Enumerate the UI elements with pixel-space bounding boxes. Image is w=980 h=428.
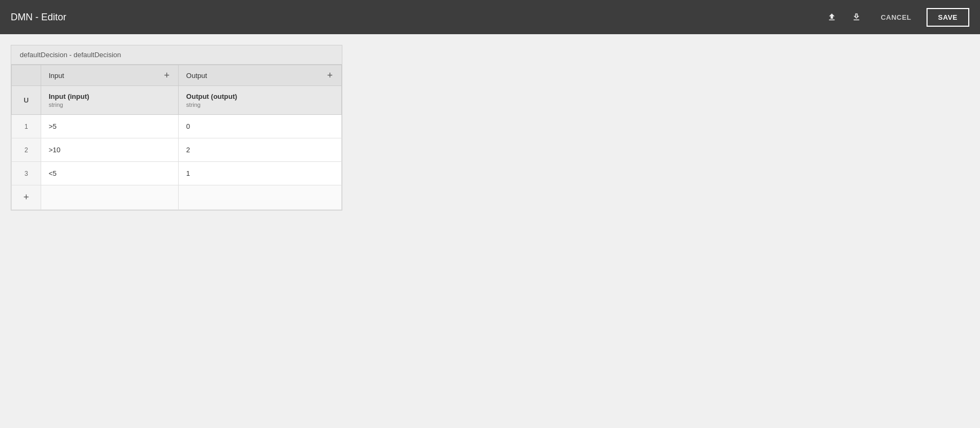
row-number: 2 — [12, 138, 41, 162]
dmn-table-container: defaultDecision - defaultDecision Input … — [11, 45, 342, 211]
output-subheader-type: string — [186, 102, 334, 108]
input-cell[interactable]: >5 — [41, 115, 179, 138]
app-title: DMN - Editor — [11, 12, 66, 23]
row-number: 3 — [12, 162, 41, 185]
input-cell[interactable]: >10 — [41, 138, 179, 162]
output-cell[interactable]: 0 — [179, 115, 342, 138]
app-header: DMN - Editor CANCEL SAVE — [0, 0, 980, 34]
input-subheader[interactable]: Input (input) string — [41, 86, 179, 115]
table-row: 2>102 — [12, 138, 342, 162]
row-number: 1 — [12, 115, 41, 138]
download-icon — [852, 12, 861, 22]
output-cell[interactable]: 2 — [179, 138, 342, 162]
input-cell[interactable]: <5 — [41, 162, 179, 185]
upload-icon-button[interactable] — [823, 8, 841, 26]
cancel-button[interactable]: CANCEL — [872, 9, 920, 26]
table-row: 3<51 — [12, 162, 342, 185]
output-subheader[interactable]: Output (output) string — [179, 86, 342, 115]
add-input-col-button[interactable]: + — [163, 71, 171, 80]
add-output-col-button[interactable]: + — [326, 71, 334, 80]
upload-icon — [827, 12, 837, 22]
input-subheader-name: Input (input) — [49, 92, 171, 100]
add-row-input-empty — [41, 185, 179, 210]
input-subheader-type: string — [49, 102, 171, 108]
add-row-output-empty — [179, 185, 342, 210]
output-subheader-name: Output (output) — [186, 92, 334, 100]
download-icon-button[interactable] — [847, 8, 866, 26]
main-content: defaultDecision - defaultDecision Input … — [0, 34, 980, 428]
add-row-cell[interactable]: + — [12, 185, 41, 210]
add-row-button[interactable]: + — [24, 192, 29, 203]
hit-policy-cell: U — [12, 86, 41, 115]
output-cell[interactable]: 1 — [179, 162, 342, 185]
hit-policy-header — [12, 65, 41, 86]
output-col-header: Output + — [179, 65, 342, 86]
output-col-label: Output — [186, 72, 207, 80]
table-row: 1>50 — [12, 115, 342, 138]
decision-label: defaultDecision - defaultDecision — [11, 45, 342, 65]
save-button[interactable]: SAVE — [927, 8, 969, 27]
dmn-table: Input + Output + U — [11, 65, 342, 210]
input-col-header: Input + — [41, 65, 179, 86]
input-col-label: Input — [49, 72, 64, 80]
header-actions: CANCEL SAVE — [823, 8, 969, 27]
